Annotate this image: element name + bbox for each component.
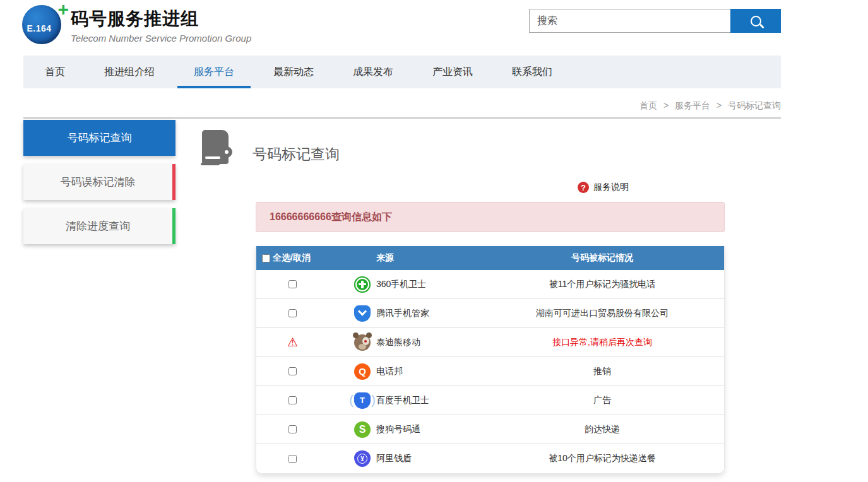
row-checkbox[interactable] xyxy=(288,396,297,404)
table-row: Q 电话邦 推销 xyxy=(256,357,724,386)
row-status-cell: 接口异常,请稍后再次查询 xyxy=(480,337,724,348)
table-row: S 搜狗号码通 韵达快递 xyxy=(256,415,724,444)
status-text: 被10个用户标记为快递送餐 xyxy=(549,453,656,463)
nav-item-industry-info[interactable]: 产业资讯 xyxy=(416,56,489,88)
ali-qiandun-icon: ¥ xyxy=(354,450,371,467)
search-input[interactable] xyxy=(529,9,730,33)
row-checkbox[interactable] xyxy=(288,280,297,288)
sidebar-item-mark-query[interactable]: 号码标记查询 xyxy=(23,120,175,156)
source-name: 360手机卫士 xyxy=(376,279,426,290)
status-text-error: 接口异常,请稍后再次查询 xyxy=(552,337,652,347)
status-text: 韵达快递 xyxy=(585,424,620,434)
breadcrumb-separator: > xyxy=(663,100,669,110)
row-checkbox[interactable] xyxy=(288,425,297,433)
query-result-alert: 16666666666查询信息如下 xyxy=(256,202,725,232)
source-name: 百度手机卫士 xyxy=(376,395,429,406)
row-status-cell: 被11个用户标记为骚扰电话 xyxy=(480,279,724,290)
table-row: ⚠ 泰迪熊移动 接口异常,请稍后再次查询 xyxy=(256,328,724,357)
dianhuabang-icon: Q xyxy=(354,363,371,380)
breadcrumb-current-page: 号码标记查询 xyxy=(728,100,781,110)
row-select-cell xyxy=(256,309,329,317)
brand-block: 码号服务推进组 Telecom Number Service Promotion… xyxy=(71,7,251,44)
row-select-cell: ⚠ xyxy=(256,336,329,348)
nav-item-service-platform[interactable]: 服务平台 xyxy=(177,56,251,88)
site-title: 码号服务推进组 xyxy=(71,7,251,31)
sidebar: 号码标记查询 号码误标记清除 清除进度查询 xyxy=(23,120,175,252)
row-select-cell xyxy=(256,455,329,463)
sidebar-item-mismark-removal[interactable]: 号码误标记清除 xyxy=(23,164,175,200)
search-bar xyxy=(529,9,781,33)
table-row: 腾讯手机管家 湖南可可进出口贸易股份有限公司 xyxy=(256,299,724,328)
search-button[interactable] xyxy=(730,9,781,33)
site-logo: E.164 + xyxy=(22,4,64,45)
sidebar-item-removal-progress[interactable]: 清除进度查询 xyxy=(23,208,175,244)
row-source-cell: S 搜狗号码通 xyxy=(329,421,480,438)
row-source-cell: (T) 百度手机卫士 xyxy=(329,392,480,409)
source-name: 阿里钱盾 xyxy=(376,453,412,464)
content-divider xyxy=(23,117,781,119)
page-header: 号码标记查询 xyxy=(202,127,340,167)
row-checkbox[interactable] xyxy=(288,309,297,317)
status-text: 湖南可可进出口贸易股份有限公司 xyxy=(536,308,669,318)
nav-item-home[interactable]: 首页 xyxy=(28,56,81,88)
row-source-cell: 360手机卫士 xyxy=(329,276,480,293)
row-select-cell xyxy=(256,367,329,375)
source-name: 电话邦 xyxy=(376,366,403,377)
breadcrumb: 首页 > 服务平台 > 号码标记查询 xyxy=(639,100,781,112)
row-source-cell: 腾讯手机管家 xyxy=(329,305,480,322)
row-status-cell: 广告 xyxy=(480,395,724,406)
row-status-cell: 推销 xyxy=(480,366,724,377)
header-source-cell: 来源 xyxy=(329,252,480,264)
header-select-cell: 全选/取消 xyxy=(256,252,329,264)
table-header-row: 全选/取消 来源 号码被标记情况 xyxy=(256,246,724,270)
warning-icon: ⚠ xyxy=(287,336,298,348)
status-text: 广告 xyxy=(593,395,611,405)
table-row: (T) 百度手机卫士 广告 xyxy=(256,386,724,415)
question-icon: ? xyxy=(578,182,589,193)
row-status-cell: 被10个用户标记为快递送餐 xyxy=(480,453,724,464)
source-name: 腾讯手机管家 xyxy=(376,308,429,319)
breadcrumb-home[interactable]: 首页 xyxy=(639,100,657,110)
breadcrumb-separator: > xyxy=(716,100,722,110)
row-status-cell: 湖南可可进出口贸易股份有限公司 xyxy=(480,308,724,319)
source-name: 搜狗号码通 xyxy=(376,424,420,435)
sogou-number-service-icon: S xyxy=(354,421,371,438)
main-nav: 首页 推进组介绍 服务平台 最新动态 成果发布 产业资讯 联系我们 xyxy=(23,56,781,88)
teddy-bear-mobile-icon xyxy=(354,334,371,351)
row-checkbox[interactable] xyxy=(288,367,297,375)
row-select-cell xyxy=(256,396,329,404)
status-text: 被11个用户标记为骚扰电话 xyxy=(549,279,656,289)
service-note-label: 服务说明 xyxy=(593,182,629,193)
status-text: 推销 xyxy=(593,366,611,376)
table-row: 360手机卫士 被11个用户标记为骚扰电话 xyxy=(256,270,724,299)
baidu-mobile-guard-icon: (T) xyxy=(354,392,371,409)
360-mobile-guard-icon xyxy=(354,276,371,293)
book-search-icon xyxy=(202,130,241,167)
row-source-cell: ¥ 阿里钱盾 xyxy=(329,450,480,467)
search-icon xyxy=(751,16,761,26)
plus-icon: + xyxy=(57,0,69,19)
nav-item-achievements[interactable]: 成果发布 xyxy=(336,56,410,88)
select-all-checkbox[interactable] xyxy=(262,254,270,262)
row-source-cell: 泰迪熊移动 xyxy=(329,334,480,351)
row-source-cell: Q 电话邦 xyxy=(329,363,480,380)
row-select-cell xyxy=(256,280,329,288)
header-status-cell: 号码被标记情况 xyxy=(480,252,724,264)
site-subtitle: Telecom Number Service Promotion Group xyxy=(71,33,251,44)
service-note-link[interactable]: ? 服务说明 xyxy=(578,182,629,193)
row-status-cell: 韵达快递 xyxy=(480,424,724,435)
nav-item-latest-news[interactable]: 最新动态 xyxy=(257,56,330,88)
nav-item-contact-us[interactable]: 联系我们 xyxy=(496,56,569,88)
row-select-cell xyxy=(256,425,329,433)
row-checkbox[interactable] xyxy=(288,455,297,463)
select-all-label: 全选/取消 xyxy=(273,252,311,264)
breadcrumb-service-platform[interactable]: 服务平台 xyxy=(675,100,710,110)
tencent-mobile-manager-icon xyxy=(354,305,371,322)
mark-result-table: 全选/取消 来源 号码被标记情况 360手机卫士 被11个用户标记为骚扰 xyxy=(256,246,725,474)
page-title: 号码标记查询 xyxy=(253,144,340,167)
nav-item-group-intro[interactable]: 推进组介绍 xyxy=(88,56,171,88)
page: E.164 + 码号服务推进组 Telecom Number Service P… xyxy=(0,0,868,482)
logo-text: E.164 xyxy=(27,23,51,33)
table-row: ¥ 阿里钱盾 被10个用户标记为快递送餐 xyxy=(256,444,724,473)
query-result-panel: 16666666666查询信息如下 全选/取消 来源 号码被标记情况 xyxy=(256,202,725,474)
